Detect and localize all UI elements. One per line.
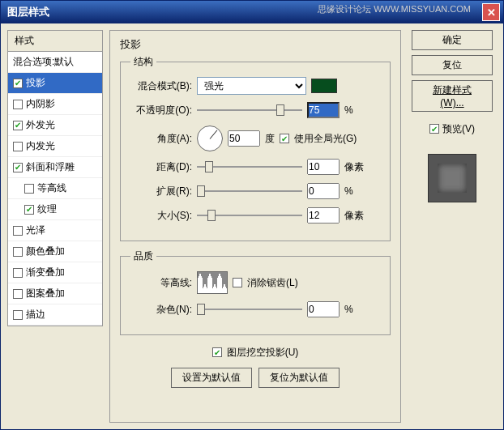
noise-label: 杂色(N): [130, 303, 192, 317]
preview-label: 预览(V) [442, 122, 475, 136]
content-area: 样式 混合选项:默认 ✔投影内阴影✔外发光内发光✔斜面和浮雕等高线✔纹理光泽颜色… [1, 23, 503, 429]
noise-slider[interactable] [197, 304, 302, 315]
shadow-color-swatch[interactable] [311, 79, 337, 93]
preview-thumbnail [428, 154, 476, 202]
action-buttons: 确定 复位 新建样式(W)... ✔ 预览(V) [408, 30, 497, 423]
effect-settings-panel: 投影 结构 混合模式(B): 强光 不透明度(O): % 角度(A): [109, 30, 401, 423]
style-label: 等高线 [37, 181, 66, 195]
degree-unit: 度 [265, 132, 275, 146]
styles-header: 样式 [7, 30, 103, 52]
style-checkbox[interactable] [13, 289, 23, 299]
structure-group: 结构 混合模式(B): 强光 不透明度(O): % 角度(A): 度 [120, 55, 391, 241]
style-checkbox[interactable]: ✔ [24, 205, 34, 215]
spread-slider[interactable] [197, 185, 302, 197]
style-checkbox[interactable] [24, 184, 34, 194]
style-label: 斜面和浮雕 [26, 160, 75, 174]
blend-mode-label: 混合模式(B): [130, 79, 192, 93]
style-checkbox[interactable]: ✔ [13, 163, 23, 172]
style-checkbox[interactable] [13, 310, 23, 320]
style-checkbox[interactable]: ✔ [13, 79, 23, 88]
opacity-slider[interactable] [197, 104, 302, 116]
style-item-7[interactable]: 光泽 [8, 220, 102, 241]
antialias-checkbox[interactable] [233, 278, 242, 287]
ok-button[interactable]: 确定 [412, 30, 493, 50]
percent-unit-2: % [344, 185, 353, 197]
style-checkbox[interactable] [13, 226, 23, 236]
make-default-button[interactable]: 设置为默认值 [171, 368, 252, 388]
style-label: 纹理 [37, 202, 57, 216]
contour-label: 等高线: [130, 276, 192, 290]
style-checkbox[interactable] [13, 142, 23, 151]
style-label: 外发光 [26, 118, 55, 132]
style-label: 描边 [26, 308, 45, 321]
contour-picker[interactable] [197, 271, 228, 294]
style-item-6[interactable]: ✔纹理 [8, 199, 102, 220]
blend-mode-select[interactable]: 强光 [197, 77, 306, 95]
quality-legend: 品质 [130, 249, 156, 263]
style-checkbox[interactable]: ✔ [13, 121, 23, 130]
style-checkbox[interactable] [13, 268, 23, 278]
opacity-input[interactable] [307, 102, 340, 118]
opacity-label: 不透明度(O): [130, 104, 192, 117]
style-item-8[interactable]: 颜色叠加 [8, 241, 102, 262]
panel-title: 投影 [120, 37, 391, 52]
knockout-checkbox[interactable]: ✔ [212, 347, 222, 357]
global-light-label: 使用全局光(G) [294, 132, 357, 146]
styles-sidebar: 样式 混合选项:默认 ✔投影内阴影✔外发光内发光✔斜面和浮雕等高线✔纹理光泽颜色… [7, 30, 103, 423]
style-item-9[interactable]: 渐变叠加 [8, 262, 102, 283]
angle-dial[interactable] [197, 126, 223, 151]
style-label: 图案叠加 [26, 287, 65, 300]
distance-input[interactable] [307, 159, 340, 175]
style-label: 投影 [26, 76, 45, 90]
angle-input[interactable] [228, 130, 260, 147]
percent-unit: % [344, 104, 353, 116]
distance-slider[interactable] [197, 161, 302, 172]
spread-input[interactable] [307, 183, 340, 199]
blend-options-row[interactable]: 混合选项:默认 [8, 52, 102, 73]
style-checkbox[interactable] [13, 247, 23, 257]
blend-options-label: 混合选项:默认 [13, 55, 74, 69]
global-light-checkbox[interactable]: ✔ [280, 134, 289, 143]
px-unit-2: 像素 [344, 209, 364, 223]
style-label: 颜色叠加 [26, 245, 65, 258]
style-label: 内阴影 [26, 97, 55, 111]
style-label: 渐变叠加 [26, 266, 65, 279]
angle-label: 角度(A): [130, 132, 192, 146]
style-item-5[interactable]: 等高线 [8, 178, 102, 199]
style-item-1[interactable]: 内阴影 [8, 94, 102, 115]
style-item-10[interactable]: 图案叠加 [8, 283, 102, 304]
style-item-4[interactable]: ✔斜面和浮雕 [8, 157, 102, 178]
preview-checkbox[interactable]: ✔ [429, 124, 439, 134]
antialias-label: 消除锯齿(L) [247, 276, 298, 290]
px-unit: 像素 [344, 160, 364, 174]
cancel-button[interactable]: 复位 [412, 55, 493, 75]
window-title: 图层样式 [7, 5, 49, 19]
style-item-2[interactable]: ✔外发光 [8, 115, 102, 136]
layer-style-dialog: 思缘设计论坛 WWW.MISSYUAN.COM 图层样式 ✕ 样式 混合选项:默… [0, 0, 504, 430]
style-checkbox[interactable] [13, 100, 23, 109]
style-label: 光泽 [26, 224, 45, 237]
style-item-11[interactable]: 描边 [8, 304, 102, 326]
style-label: 内发光 [26, 139, 55, 153]
size-input[interactable] [307, 207, 340, 224]
styles-list: 混合选项:默认 ✔投影内阴影✔外发光内发光✔斜面和浮雕等高线✔纹理光泽颜色叠加渐… [7, 52, 103, 326]
size-slider[interactable] [197, 210, 302, 221]
reset-default-button[interactable]: 复位为默认值 [258, 368, 340, 388]
style-item-0[interactable]: ✔投影 [8, 73, 102, 94]
noise-input[interactable] [307, 301, 340, 317]
close-button[interactable]: ✕ [482, 3, 500, 21]
distance-label: 距离(D): [130, 160, 192, 174]
size-label: 大小(S): [130, 209, 192, 223]
structure-legend: 结构 [130, 55, 156, 69]
watermark: 思缘设计论坛 WWW.MISSYUAN.COM [318, 3, 471, 15]
new-style-button[interactable]: 新建样式(W)... [412, 80, 493, 112]
spread-label: 扩展(R): [130, 185, 192, 198]
quality-group: 品质 等高线: 消除锯齿(L) 杂色(N): % [120, 249, 391, 335]
knockout-label: 图层挖空投影(U) [227, 346, 299, 360]
percent-unit-3: % [344, 304, 353, 315]
style-item-3[interactable]: 内发光 [8, 136, 102, 157]
